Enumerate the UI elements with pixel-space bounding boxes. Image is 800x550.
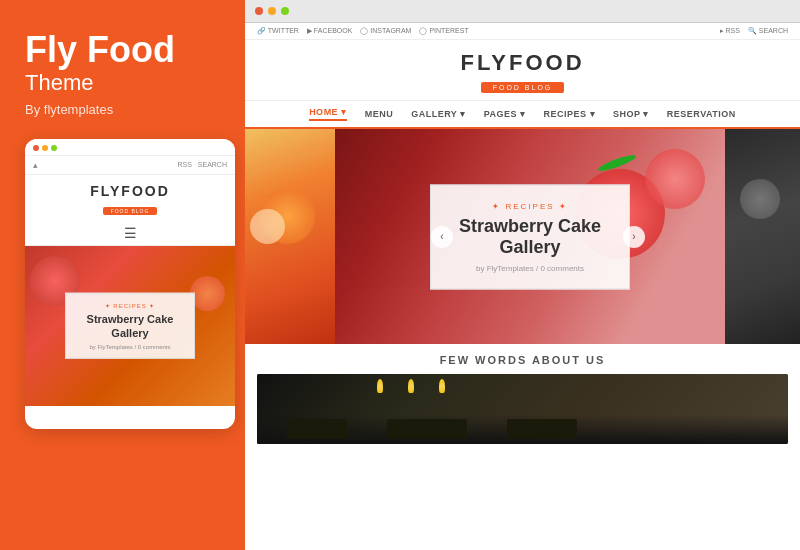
author-label: By flytemplates [25, 102, 113, 117]
website-preview: 🔗 TWITTER ▶ FACEBOOK ◯ INSTAGRAM ◯ PINTE… [245, 23, 800, 550]
logo-bar: FLYFOOD FOOD BLOG [245, 40, 800, 101]
mobile-mockup: ▴ RSS SEARCH FLYFOOD FOOD BLOG ☰ ✦ RECIP… [25, 139, 235, 429]
hero-left-thumb [245, 129, 335, 344]
hero-title: Strawberry Cake Gallery [451, 215, 609, 257]
nav-menu[interactable]: MENU [365, 109, 394, 119]
nav-shop[interactable]: SHOP ▾ [613, 109, 649, 119]
mobile-logo-area: FLYFOOD FOOD BLOG [25, 175, 235, 221]
hero-by-line: by FlyTemplates / 0 comments [451, 263, 609, 272]
mobile-hamburger-icon[interactable]: ☰ [25, 221, 235, 246]
about-section: FEW WORDS ABOUT US [245, 344, 800, 450]
left-panel: Fly Food Theme By flytemplates ▴ RSS SEA… [0, 0, 245, 550]
slider-prev-button[interactable]: ‹ [431, 226, 453, 248]
about-title: FEW WORDS ABOUT US [257, 354, 788, 366]
nav-reservation[interactable]: RESERVATION [667, 109, 736, 119]
right-panel: 🔗 TWITTER ▶ FACEBOOK ◯ INSTAGRAM ◯ PINTE… [245, 0, 800, 550]
site-logo-badge: FOOD BLOG [481, 82, 565, 93]
mobile-dot-green [51, 145, 57, 151]
mobile-logo: FLYFOOD [25, 183, 235, 199]
nav-gallery[interactable]: GALLERY ▾ [411, 109, 466, 119]
instagram-link[interactable]: ◯ INSTAGRAM [360, 27, 411, 35]
mobile-rss-link[interactable]: RSS [177, 161, 191, 168]
mobile-window-dots [33, 145, 57, 151]
search-link[interactable]: 🔍 SEARCH [748, 27, 788, 35]
mobile-dot-red [33, 145, 39, 151]
about-image [257, 374, 788, 444]
twitter-link[interactable]: 🔗 TWITTER [257, 27, 299, 35]
browser-dot-green [281, 7, 289, 15]
share-icon: ▴ [33, 160, 38, 170]
mobile-top-bar [25, 139, 235, 156]
theme-title: Fly Food Theme [25, 30, 175, 102]
mobile-dot-yellow [42, 145, 48, 151]
social-links: 🔗 TWITTER ▶ FACEBOOK ◯ INSTAGRAM ◯ PINTE… [257, 27, 469, 35]
hero-slider: ✦ RECIPES ✦ Strawberry Cake Gallery by F… [245, 129, 800, 344]
social-bar: 🔗 TWITTER ▶ FACEBOOK ◯ INSTAGRAM ◯ PINTE… [245, 23, 800, 40]
mobile-nav-bar: ▴ RSS SEARCH [25, 156, 235, 175]
nav-home[interactable]: HOME ▾ [309, 107, 347, 121]
browser-dot-yellow [268, 7, 276, 15]
mobile-hero: ✦ RECIPES ✦ Strawberry Cake Gallery by F… [25, 246, 235, 406]
mobile-hero-by: by FlyTemplates / 0 comments [76, 344, 184, 350]
mobile-recipes-label: ✦ RECIPES ✦ [76, 301, 184, 308]
mobile-logo-badge: FOOD BLOG [103, 207, 158, 215]
rss-link[interactable]: ▸ RSS [720, 27, 740, 35]
mobile-hero-title: Strawberry Cake Gallery [76, 311, 184, 340]
hero-card: ✦ RECIPES ✦ Strawberry Cake Gallery by F… [430, 184, 630, 289]
nav-recipes[interactable]: RECIPES ▾ [544, 109, 596, 119]
hero-main: ✦ RECIPES ✦ Strawberry Cake Gallery by F… [335, 129, 725, 344]
top-right-links: ▸ RSS 🔍 SEARCH [720, 27, 788, 35]
browser-chrome [245, 0, 800, 23]
facebook-link[interactable]: ▶ FACEBOOK [307, 27, 352, 35]
browser-dot-red [255, 7, 263, 15]
hero-right-thumb [725, 129, 800, 344]
hero-recipes-label: ✦ RECIPES ✦ [451, 201, 609, 210]
slider-next-button[interactable]: › [623, 226, 645, 248]
nav-pages[interactable]: PAGES ▾ [484, 109, 526, 119]
main-nav: HOME ▾ MENU GALLERY ▾ PAGES ▾ RECIPES ▾ … [245, 101, 800, 129]
pinterest-link[interactable]: ◯ PINTEREST [419, 27, 468, 35]
site-logo[interactable]: FLYFOOD [245, 50, 800, 76]
mobile-top-links: RSS SEARCH [177, 161, 227, 168]
mobile-hero-card: ✦ RECIPES ✦ Strawberry Cake Gallery by F… [65, 292, 195, 359]
mobile-search-link[interactable]: SEARCH [198, 161, 227, 168]
